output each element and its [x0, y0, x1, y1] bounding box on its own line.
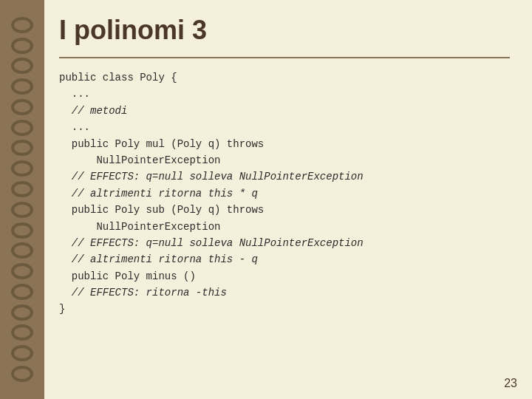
code-line-11: // EFFECTS: q=null solleva NullPointerEx… [59, 237, 364, 249]
spiral-ring [11, 284, 33, 300]
slide-title: I polinomi 3 [59, 15, 510, 46]
spiral-ring [11, 38, 33, 54]
code-line-8: // altrimenti ritorna this * q [59, 188, 258, 200]
divider [59, 57, 510, 58]
spiral-ring [11, 160, 33, 177]
code-block: public class Poly { ... // metodi ... pu… [59, 69, 510, 318]
code-line-3: // metodi [59, 105, 127, 117]
spiral-ring [11, 181, 33, 197]
spiral-ring [11, 120, 33, 136]
spiral-ring [11, 345, 33, 361]
spiral-ring [11, 78, 33, 95]
code-line-10: NullPointerException [59, 221, 220, 233]
spiral-ring [11, 140, 33, 156]
spiral-ring [11, 304, 33, 321]
code-line-5: public Poly mul (Poly q) throws [59, 138, 264, 150]
spiral-ring [11, 222, 33, 239]
code-line-6: NullPointerException [59, 154, 220, 166]
code-line-14: // EFFECTS: ritorna -this [59, 287, 227, 299]
code-line-15: } [59, 303, 65, 315]
code-line-9: public Poly sub (Poly q) throws [59, 204, 264, 216]
content-area: I polinomi 3 public class Poly { ... // … [44, 0, 532, 399]
code-line-2: ... [59, 88, 90, 100]
code-line-4: ... [59, 121, 90, 133]
spiral-ring [11, 202, 33, 218]
slide-container: I polinomi 3 public class Poly { ... // … [0, 0, 532, 399]
spiral-ring [11, 58, 33, 74]
spiral-ring [11, 263, 33, 279]
page-number: 23 [504, 377, 517, 390]
spiral-binding [0, 0, 44, 399]
code-line-7: // EFFECTS: q=null solleva NullPointerEx… [59, 171, 364, 183]
spiral-ring [11, 324, 33, 341]
code-line-13: public Poly minus () [59, 270, 196, 282]
code-line-1: public class Poly { [59, 72, 177, 83]
spiral-ring [11, 366, 33, 382]
spiral-ring [11, 99, 33, 115]
code-line-12: // altrimenti ritorna this - q [59, 253, 258, 265]
spiral-ring [11, 242, 33, 259]
spiral-ring [11, 17, 33, 33]
